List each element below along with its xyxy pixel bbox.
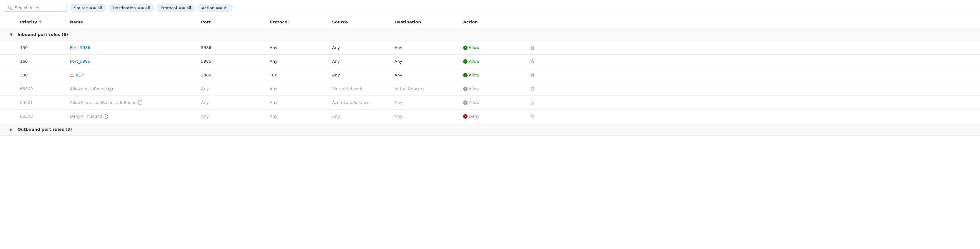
cell-expand: [5, 59, 18, 64]
cell-expand: [5, 114, 18, 119]
delete-icon[interactable]: 🗑: [526, 44, 539, 51]
search-input[interactable]: [15, 5, 65, 10]
cell-source: VirtualNetwork: [329, 84, 392, 94]
cell-delete[interactable]: 🗑: [523, 70, 542, 81]
info-icon[interactable]: i: [108, 87, 113, 91]
col-name: Name: [67, 18, 199, 25]
cell-name: AllowAzureLoadBalancerInBoundi: [67, 98, 199, 108]
cell-port: 5986: [199, 43, 267, 52]
col-source: Source: [329, 18, 392, 25]
cell-delete: 🗑: [523, 83, 542, 94]
cell-action: ✓ Allow: [461, 98, 523, 107]
cell-expand: [5, 73, 18, 78]
delete-icon[interactable]: 🗑: [526, 58, 539, 64]
cell-action: ✓ Allow: [461, 70, 523, 80]
cell-source: Any: [329, 57, 392, 66]
action-allow: ✓ Allow: [463, 59, 520, 63]
col-protocol: Protocol: [267, 18, 329, 25]
cell-delete[interactable]: 🗑: [523, 42, 542, 53]
col-expand: [5, 18, 18, 25]
deny-dot: ✕: [463, 114, 468, 119]
allow-dot: ✓: [463, 59, 468, 63]
table-row: 160Port_59855985AnyAnyAny✓ Allow🗑: [0, 55, 980, 68]
cell-name[interactable]: Port_5986: [67, 43, 199, 52]
delete-icon-disabled: 🗑: [526, 113, 539, 119]
toolbar: 🔍 Source == allDestination == allProtoco…: [0, 0, 980, 16]
action-allow: ✓ Allow: [463, 73, 520, 78]
cell-action: ✓ Allow: [461, 43, 523, 52]
cell-action: ✓ Allow: [461, 57, 523, 66]
cell-destination: VirtualNetwork: [392, 84, 461, 94]
cell-destination: Any: [392, 57, 461, 66]
search-box[interactable]: 🔍: [5, 4, 67, 12]
cell-name[interactable]: ⚠RDP: [67, 70, 199, 80]
cell-source: Any: [329, 111, 392, 121]
expand-icon-inbound: ▼: [5, 32, 18, 37]
cell-port: 3389: [199, 70, 267, 80]
name-warning-link[interactable]: ⚠RDP: [70, 73, 196, 78]
name-text: AllowAzureLoadBalancerInBound: [70, 100, 137, 105]
table-row: 65000AllowVnetInBoundiAnyAnyVirtualNetwo…: [0, 82, 980, 96]
cell-priority: 65001: [18, 98, 67, 107]
name-text: AllowVnetInBound: [70, 86, 107, 91]
cell-expand: [5, 45, 18, 50]
cell-source: Any: [329, 43, 392, 52]
cell-destination: Any: [392, 43, 461, 52]
cell-priority: 65500: [18, 111, 67, 121]
table-header: Priority ↑ Name Port Protocol Source Des…: [0, 16, 980, 29]
cell-priority: 65000: [18, 84, 67, 94]
allow-dot-muted: ✓: [463, 100, 468, 105]
cell-priority: 150: [18, 43, 67, 52]
cell-action: ✕ Deny: [461, 111, 523, 121]
action-allow-muted: ✓ Allow: [463, 86, 520, 91]
cell-port: 5985: [199, 57, 267, 66]
table-row: 65500DenyAllInBoundiAnyAnyAnyAny✕ Deny🗑: [0, 109, 980, 123]
col-destination: Destination: [392, 18, 461, 25]
filter-pill-source[interactable]: Source == all: [70, 4, 106, 12]
action-deny: ✕ Deny: [463, 114, 520, 119]
info-icon[interactable]: i: [138, 100, 142, 105]
delete-icon-disabled: 🗑: [526, 86, 539, 92]
cell-expand: [5, 100, 18, 105]
action-allow: ✓ Allow: [463, 45, 520, 50]
cell-protocol: Any: [267, 57, 329, 66]
table-row: 300⚠RDP3389TCPAnyAny✓ Allow🗑: [0, 68, 980, 82]
section-row-inbound[interactable]: ▼ Inbound port rules (6): [0, 29, 980, 41]
delete-icon-disabled: 🗑: [526, 100, 539, 105]
cell-name[interactable]: Port_5985: [67, 57, 199, 66]
cell-protocol: Any: [267, 98, 329, 107]
cell-delete[interactable]: 🗑: [523, 56, 542, 67]
cell-destination: Any: [392, 98, 461, 107]
cell-destination: Any: [392, 111, 461, 121]
cell-expand: [5, 86, 18, 91]
delete-icon[interactable]: 🗑: [526, 72, 539, 78]
rules-table: Priority ↑ Name Port Protocol Source Des…: [0, 16, 980, 136]
cell-name: AllowVnetInBoundi: [67, 84, 199, 94]
cell-port: Any: [199, 98, 267, 107]
info-icon[interactable]: i: [103, 114, 108, 119]
filter-pill-destination[interactable]: Destination == all: [108, 4, 154, 12]
allow-dot: ✓: [463, 46, 468, 50]
expand-icon-outbound: ▶: [5, 127, 18, 132]
name-link[interactable]: Port_5985: [70, 59, 90, 63]
cell-protocol: Any: [267, 111, 329, 121]
name-link[interactable]: Port_5986: [70, 45, 90, 50]
name-text: RDP: [76, 73, 84, 78]
allow-dot: ✓: [463, 73, 468, 78]
section-row-outbound[interactable]: ▶ Outbound port rules (3): [0, 123, 980, 136]
col-delete: [523, 18, 542, 25]
cell-priority: 300: [18, 70, 67, 80]
search-icon: 🔍: [8, 6, 13, 10]
col-priority: Priority ↑: [18, 18, 67, 25]
warning-icon: ⚠: [70, 73, 74, 78]
cell-delete: 🗑: [523, 97, 542, 108]
cell-port: Any: [199, 84, 267, 94]
table-row: 65001AllowAzureLoadBalancerInBoundiAnyAn…: [0, 96, 980, 109]
cell-source: Any: [329, 70, 392, 80]
cell-protocol: Any: [267, 84, 329, 94]
filter-pill-action[interactable]: Action == all: [197, 4, 232, 12]
filter-pill-protocol[interactable]: Protocol == all: [157, 4, 196, 12]
cell-protocol: Any: [267, 43, 329, 52]
section-label-outbound: Outbound port rules (3): [18, 126, 975, 133]
cell-source: AzureLoadBalancer: [329, 98, 392, 107]
